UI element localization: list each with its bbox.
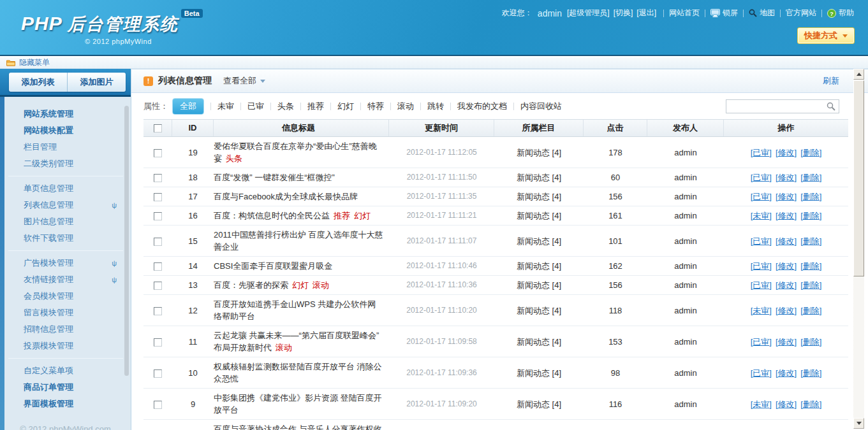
row-checkbox[interactable] [154, 307, 162, 315]
nav-help[interactable]: ?帮助 [827, 8, 854, 18]
hide-menu-bar[interactable]: 隐藏菜单 [0, 57, 868, 69]
row-publisher: admin [647, 276, 724, 294]
filter-option[interactable]: 特荐 [367, 101, 384, 112]
scroll-up-button[interactable] [853, 69, 864, 80]
row-edit-link[interactable]: 修改 [778, 280, 795, 290]
row-edit-link[interactable]: 修改 [778, 399, 795, 409]
filter-option[interactable]: 内容回收站 [520, 101, 562, 112]
row-checkbox[interactable] [154, 338, 162, 347]
filter-option[interactable]: 头条 [277, 101, 294, 112]
row-edit-link[interactable]: 修改 [778, 337, 795, 347]
sidebar-item[interactable]: 留言模块管理 [4, 305, 131, 321]
row-delete-link[interactable]: 删除 [803, 399, 820, 409]
row-delete-link[interactable]: 删除 [803, 261, 820, 271]
row-checkbox[interactable] [154, 212, 162, 220]
filter-option[interactable]: 幻灯 [337, 101, 354, 112]
row-checkbox[interactable] [154, 174, 162, 182]
row-delete-link[interactable]: 删除 [803, 211, 820, 220]
filter-separator [240, 103, 241, 110]
row-checkbox[interactable] [154, 149, 162, 157]
scrollbar-thumb[interactable] [853, 80, 864, 276]
row-edit-link[interactable]: 修改 [778, 306, 795, 315]
row-status-link[interactable]: 已审 [753, 280, 769, 290]
row-status-link[interactable]: 已审 [753, 192, 769, 201]
main-scrollbar[interactable] [853, 69, 864, 429]
filter-separator [300, 103, 301, 110]
row-delete-link[interactable]: 删除 [803, 148, 820, 157]
sidebar-item[interactable]: 投票模块管理 [4, 338, 131, 354]
row-delete-link[interactable]: 删除 [803, 192, 820, 201]
sidebar-item[interactable]: 列表信息管理ψ [4, 197, 131, 213]
nav-lock-screen[interactable]: 锁屏 [710, 8, 738, 18]
sidebar-item[interactable]: 二级类别管理 [4, 155, 131, 172]
add-list-button[interactable]: 添加列表 [9, 73, 68, 92]
row-checkbox[interactable] [154, 369, 162, 378]
sidebar-item[interactable]: 网站系统管理 [4, 106, 131, 122]
sidebar-item[interactable]: 会员模块管理 [4, 288, 131, 305]
row-delete-link[interactable]: 删除 [803, 368, 820, 378]
filter-option[interactable]: 跳转 [427, 101, 444, 112]
row-status-link[interactable]: 已审 [753, 261, 769, 271]
sidebar-item[interactable]: 友情链接管理ψ [4, 271, 131, 288]
row-checkbox[interactable] [154, 401, 162, 409]
row-title-text: 百度开放知道携手金山WPS 共建办公软件网络帮助平台 [214, 299, 376, 321]
sidebar-item[interactable]: 单页信息管理 [4, 180, 131, 197]
row-status-link[interactable]: 已审 [753, 368, 769, 378]
row-status-link[interactable]: 已审 [753, 148, 769, 157]
row-delete-link[interactable]: 删除 [803, 306, 820, 315]
add-image-button[interactable]: 添加图片 [68, 73, 126, 92]
row-checkbox[interactable] [154, 193, 162, 201]
sidebar-item[interactable]: 自定义菜单项 [4, 362, 131, 379]
row-status-link[interactable]: 未审 [753, 211, 769, 220]
filter-option[interactable]: 已审 [247, 101, 264, 112]
sidebar-scrollbar-thumb[interactable] [124, 106, 129, 376]
filter-option[interactable]: 全部 [172, 98, 204, 115]
row-status-link[interactable]: 未审 [753, 306, 769, 315]
filter-option[interactable]: 推荐 [307, 101, 324, 112]
row-edit-link[interactable]: 修改 [778, 261, 795, 271]
nav-home[interactable]: 网站首页 [669, 8, 700, 18]
sidebar-item[interactable]: 界面模板管理 [4, 396, 131, 412]
logout-link[interactable]: [退出] [636, 8, 656, 18]
row-delete-link[interactable]: 删除 [803, 280, 820, 290]
row-edit-link[interactable]: 修改 [778, 236, 795, 246]
sidebar-item[interactable]: 商品订单管理 [4, 379, 131, 396]
row-status-link[interactable]: 已审 [753, 173, 769, 182]
scroll-down-button[interactable] [853, 418, 864, 429]
row-checkbox[interactable] [154, 238, 162, 246]
row-status-link[interactable]: 已审 [753, 337, 769, 347]
row-delete-link[interactable]: 删除 [803, 173, 820, 182]
sidebar-item[interactable]: 图片信息管理 [4, 213, 131, 230]
switch-user-link[interactable]: [切换] [614, 8, 633, 18]
view-all-dropdown[interactable]: 查看全部 [223, 75, 265, 87]
row-edit-link[interactable]: 修改 [778, 192, 795, 201]
row-checkbox[interactable] [154, 262, 162, 271]
nav-official-site[interactable]: 官方网站 [786, 8, 816, 18]
filter-option[interactable]: 滚动 [397, 101, 414, 112]
row-tag: 头条 [226, 154, 242, 163]
shortcut-button[interactable]: 快捷方式 [797, 27, 855, 44]
sidebar-item[interactable]: 招聘信息管理 [4, 321, 131, 338]
row-delete-link[interactable]: 删除 [803, 337, 820, 347]
filter-option[interactable]: 我发布的文档 [457, 101, 507, 112]
sidebar-item[interactable]: 广告模块管理ψ [4, 255, 131, 271]
row-status-link[interactable]: 已审 [753, 236, 769, 246]
sidebar-item[interactable]: 软件下载管理 [4, 230, 131, 247]
row-checkbox[interactable] [154, 282, 162, 290]
row-edit-link[interactable]: 修改 [778, 368, 795, 378]
nav-site-map[interactable]: 地图 [749, 8, 775, 18]
select-all-checkbox[interactable] [154, 124, 162, 133]
sidebar-item[interactable]: 网站模块配置 [4, 122, 131, 139]
sidebar-item-label: 栏目管理 [24, 142, 57, 152]
row-edit-link[interactable]: 修改 [778, 211, 795, 220]
search-icon[interactable] [827, 102, 835, 111]
refresh-link[interactable]: 刷新 [823, 75, 839, 87]
filter-option[interactable]: 未审 [217, 101, 234, 112]
sidebar-item[interactable]: 栏目管理 [4, 139, 131, 155]
row-edit-link[interactable]: 修改 [778, 148, 795, 157]
search-input[interactable] [730, 102, 827, 111]
row-delete-link[interactable]: 删除 [803, 236, 820, 246]
row-edit-link[interactable]: 修改 [778, 173, 795, 182]
row-status-link[interactable]: 未审 [753, 399, 769, 409]
submenu-indicator-icon: ψ [112, 255, 117, 271]
